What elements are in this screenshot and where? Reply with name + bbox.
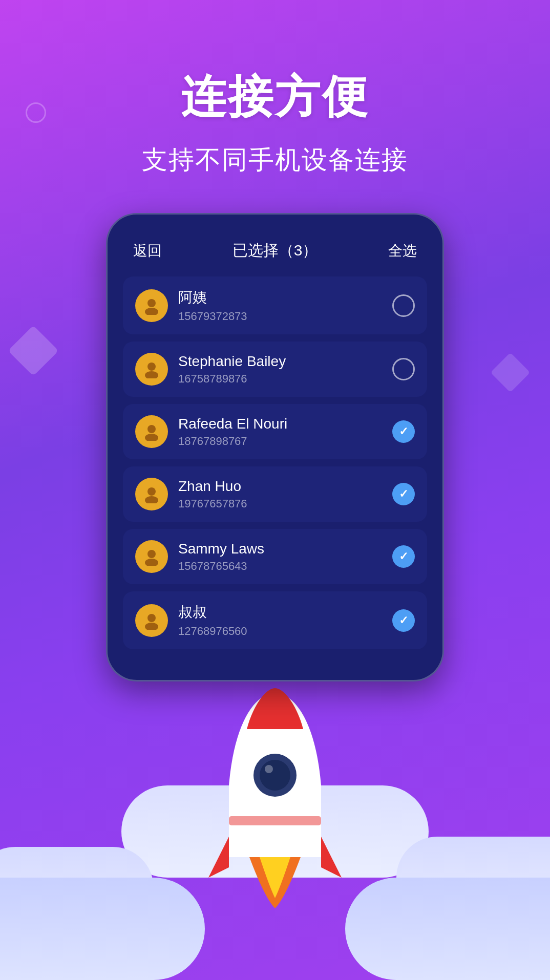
contact-item-0[interactable]: 阿姨 15679372873: [123, 276, 427, 334]
svg-point-11: [145, 623, 158, 630]
person-icon: [142, 422, 161, 441]
contact-info-4: Sammy Laws 15678765643: [178, 541, 382, 573]
contact-item-5[interactable]: 叔叔 12768976560 ✓: [123, 591, 427, 649]
svg-point-6: [147, 487, 156, 496]
rocket: [203, 683, 347, 919]
contact-info-1: Stephanie Bailey 16758789876: [178, 353, 382, 386]
cloud-big-left: [0, 878, 205, 980]
contact-name-3: Zhan Huo: [178, 478, 382, 495]
deco-diamond-left: [8, 326, 59, 376]
contact-name-1: Stephanie Bailey: [178, 353, 382, 370]
contact-name-2: Rafeeda El Nouri: [178, 416, 382, 432]
svg-point-10: [147, 614, 156, 622]
svg-point-14: [265, 765, 273, 773]
svg-point-3: [145, 371, 158, 378]
checkbox-4[interactable]: ✓: [392, 545, 415, 568]
checkmark-icon: ✓: [399, 550, 408, 563]
contact-info-5: 叔叔 12768976560: [178, 603, 382, 638]
checkmark-icon: ✓: [399, 425, 408, 438]
avatar-5: [135, 604, 168, 637]
svg-point-13: [260, 760, 290, 791]
svg-point-2: [147, 363, 156, 371]
back-button[interactable]: 返回: [133, 241, 162, 261]
contact-list: 阿姨 15679372873 Stephanie Bailey 16758789…: [123, 276, 427, 649]
contact-name-4: Sammy Laws: [178, 541, 382, 557]
page-title-sub: 支持不同手机设备连接: [142, 143, 408, 177]
contact-info-2: Rafeeda El Nouri 18767898767: [178, 416, 382, 448]
deco-circle: [26, 102, 46, 123]
checkmark-icon: ✓: [399, 614, 408, 627]
person-icon: [142, 611, 161, 630]
deco-diamond-right: [491, 353, 531, 393]
svg-point-5: [145, 434, 158, 441]
contact-name-0: 阿姨: [178, 288, 382, 307]
avatar-0: [135, 289, 168, 322]
avatar-4: [135, 540, 168, 573]
checkbox-3[interactable]: ✓: [392, 483, 415, 505]
svg-point-9: [145, 559, 158, 566]
checkbox-1[interactable]: [392, 358, 415, 380]
person-icon: [142, 360, 161, 378]
person-icon: [142, 547, 161, 566]
contact-item-4[interactable]: Sammy Laws 15678765643 ✓: [123, 529, 427, 584]
contact-info-3: Zhan Huo 19767657876: [178, 478, 382, 510]
contact-phone-1: 16758789876: [178, 372, 382, 386]
checkbox-0[interactable]: [392, 294, 415, 317]
contact-name-5: 叔叔: [178, 603, 382, 622]
avatar-2: [135, 415, 168, 448]
checkbox-2[interactable]: ✓: [392, 420, 415, 443]
bottom-section: [0, 714, 550, 980]
contact-item-2[interactable]: Rafeeda El Nouri 18767898767 ✓: [123, 404, 427, 459]
person-icon: [142, 296, 161, 315]
phone-mockup: 返回 已选择（3） 全选 阿姨 15679372873: [106, 213, 444, 681]
svg-rect-15: [229, 816, 321, 825]
rocket-svg: [203, 683, 347, 919]
page-title-main: 连接方便: [181, 67, 369, 127]
contact-phone-4: 15678765643: [178, 560, 382, 573]
checkbox-5[interactable]: ✓: [392, 609, 415, 632]
cloud-big-right: [345, 878, 550, 980]
page-container: 连接方便 支持不同手机设备连接 返回 已选择（3） 全选 阿姨: [0, 0, 550, 980]
contact-item-3[interactable]: Zhan Huo 19767657876 ✓: [123, 466, 427, 522]
avatar-3: [135, 478, 168, 510]
person-icon: [142, 485, 161, 503]
avatar-1: [135, 353, 168, 386]
contact-item-1[interactable]: Stephanie Bailey 16758789876: [123, 342, 427, 397]
contact-phone-5: 12768976560: [178, 625, 382, 638]
svg-point-7: [145, 496, 158, 503]
select-all-button[interactable]: 全选: [388, 241, 417, 261]
contact-phone-2: 18767898767: [178, 435, 382, 448]
checkmark-icon: ✓: [399, 487, 408, 501]
contact-phone-3: 19767657876: [178, 497, 382, 510]
phone-topbar: 返回 已选择（3） 全选: [123, 235, 427, 276]
selected-count: 已选择（3）: [232, 240, 318, 261]
svg-point-8: [147, 550, 156, 558]
svg-point-0: [147, 299, 156, 307]
contact-info-0: 阿姨 15679372873: [178, 288, 382, 323]
contact-phone-0: 15679372873: [178, 310, 382, 323]
svg-point-1: [145, 308, 158, 315]
svg-point-4: [147, 425, 156, 433]
